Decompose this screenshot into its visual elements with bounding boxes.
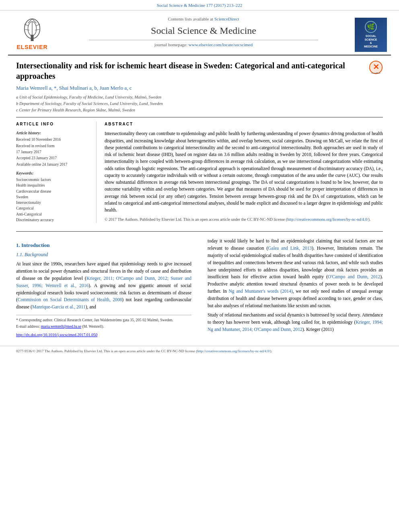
bottom-license-link[interactable]: http://creativecommons.org/licenses/by-n… (197, 349, 270, 353)
keyword-5: Intersectionality (16, 200, 90, 205)
received-date: Received 10 November 2016 (16, 137, 90, 142)
elsevier-brand-name: ELSEVIER (16, 43, 47, 51)
abstract-column: ABSTRACT Intersectionality theory can co… (105, 121, 383, 223)
svg-line-9 (35, 30, 39, 31)
authors-line: Maria Wemrell a, *, Shai Mulinari a, b, … (16, 84, 383, 92)
keyword-8: Discriminatory accuracy (16, 218, 90, 223)
elsevier-logo-area: ELSEVIER (8, 14, 56, 55)
keyword-2: Health inequalities (16, 183, 90, 188)
keywords-label: Keywords: (16, 170, 90, 176)
journal-logo-area: 🌿 SOCIALSCIENCE&MEDICINE (351, 14, 391, 55)
keyword-1: Socioeconomic factors (16, 177, 90, 183)
svg-line-8 (25, 30, 30, 31)
logo-box-text: SOCIALSCIENCE&MEDICINE (364, 35, 378, 48)
ref-ocampo2012[interactable]: O'Campo and Dunn, 2012 (328, 274, 380, 279)
homepage-line: journal homepage: www.elsevier.com/locat… (60, 42, 347, 48)
bottom-bar: 0277-9536/© 2017 The Authors. Published … (0, 346, 399, 356)
footnote-area: * Corresponding author. Clinical Researc… (16, 315, 191, 330)
journal-reference: Social Science & Medicine 177 (2017) 213… (0, 0, 399, 10)
journal-logo-box: 🌿 SOCIALSCIENCE&MEDICINE (355, 18, 387, 52)
article-info-column: ARTICLE INFO Article history: Received 1… (16, 121, 97, 223)
copyright-line: © 2017 The Authors. Published by Elsevie… (105, 217, 383, 222)
header-divider (89, 40, 318, 40)
article-title-text: Intersectionality and risk for ischemic … (16, 60, 369, 81)
elsevier-tree-icon (18, 14, 46, 43)
body-content: 1. Introduction 1.1. Background At least… (16, 231, 383, 337)
article-content: Intersectionality and risk for ischemic … (0, 55, 399, 346)
journal-ref-text: Social Science & Medicine 177 (2017) 213… (157, 3, 243, 8)
affiliation-b: b Department of Sociology, Faculty of So… (16, 101, 383, 107)
journal-header: ELSEVIER Contents lists available at Sci… (8, 10, 391, 55)
revised-date: 17 January 2017 (16, 150, 90, 155)
received-revised-label: Received in revised form (16, 144, 90, 149)
body-right-text1: today it would likely be hard to find an… (208, 238, 383, 309)
contents-label: Contents lists available at (168, 16, 213, 21)
keyword-3: Cardiovascular disease (16, 189, 90, 194)
contents-available-line: Contents lists available at ScienceDirec… (60, 16, 347, 22)
ref-krieger1994[interactable]: Krieger, 1994; Ng and Muntaner, 2014; O'… (208, 320, 383, 332)
journal-header-center: Contents lists available at ScienceDirec… (56, 14, 351, 55)
authors-text: Maria Wemrell a, *, Shai Mulinari a, b, … (16, 85, 132, 91)
body-left-column: 1. Introduction 1.1. Background At least… (16, 238, 195, 337)
email-person-note: (M. Wemrell). (82, 325, 104, 329)
info-abstract-columns: ARTICLE INFO Article history: Received 1… (16, 117, 383, 223)
corresponding-author-note: * Corresponding author. Clinical Researc… (16, 318, 191, 323)
body-right-text2: Study of relational mechanisms and socia… (208, 312, 383, 333)
logo-circle-icon: 🌿 (365, 21, 377, 33)
homepage-label: journal homepage: (154, 42, 187, 47)
body-right-column: today it would likely be hard to find an… (204, 238, 383, 337)
affiliation-a: a Unit of Social Epidemiology, Faculty o… (16, 94, 383, 101)
abstract-heading: ABSTRACT (105, 121, 383, 127)
section1-heading: 1. Introduction (16, 242, 191, 249)
keyword-4: Sweden (16, 195, 90, 200)
svg-text:✕: ✕ (373, 63, 379, 71)
ref-ng2014[interactable]: Ng and Muntaner's words (2014) (228, 289, 292, 294)
abstract-text: Intersectionality theory can contribute … (105, 130, 383, 214)
email-note: E-mail address: maria.wemrell@med.lu.se … (16, 324, 191, 329)
keyword-7: Anti-Categorical (16, 212, 90, 217)
issn-copyright: 0277-9536/© 2017 The Authors. Published … (16, 349, 272, 353)
accepted-date: Accepted 23 January 2017 (16, 156, 90, 161)
subsection1-heading: 1.1. Background (16, 251, 191, 258)
affiliations-block: a Unit of Social Epidemiology, Faculty o… (16, 94, 383, 113)
crossmark-icon: ✕ CrossMark (369, 60, 383, 74)
doi-link[interactable]: http://dx.doi.org/10.1016/j.socscimed.20… (16, 333, 97, 337)
journal-title: Social Science & Medicine (60, 24, 347, 38)
svg-text:CrossMark: CrossMark (371, 72, 380, 74)
ref-krieger2011[interactable]: Krieger, 2011; O'Campo and Dunn, 2012; S… (16, 276, 191, 288)
available-date: Available online 24 January 2017 (16, 162, 90, 167)
article-title-row: Intersectionality and risk for ischemic … (16, 60, 383, 81)
doi-line: http://dx.doi.org/10.1016/j.socscimed.20… (16, 332, 191, 338)
keywords-section: Keywords: Socioeconomic factors Health i… (16, 170, 90, 223)
ref-galea2013[interactable]: Galea and Link, 2013 (268, 246, 312, 251)
history-label: Article history: (16, 130, 90, 136)
article-info-heading: ARTICLE INFO (16, 121, 90, 127)
sciencedirect-link[interactable]: ScienceDirect (214, 16, 239, 21)
body-left-text1: At least since the 1990s, researchers ha… (16, 261, 191, 311)
homepage-link[interactable]: www.elsevier.com/locate/socscimed (189, 42, 253, 47)
ref-manrique[interactable]: Manrique-Garcia et al., 2011 (32, 304, 86, 309)
email-link[interactable]: maria.wemrell@med.lu.se (41, 325, 81, 329)
email-label: E-mail address: (16, 325, 40, 329)
license-link[interactable]: http://creativecommons.org/licenses/by-n… (287, 217, 368, 222)
keyword-6: Categorical (16, 206, 90, 211)
ref-commission2008[interactable]: Commission on Social Determinants of Hea… (18, 297, 122, 302)
affiliation-c: c Center for Primary Health Research, Re… (16, 107, 383, 113)
